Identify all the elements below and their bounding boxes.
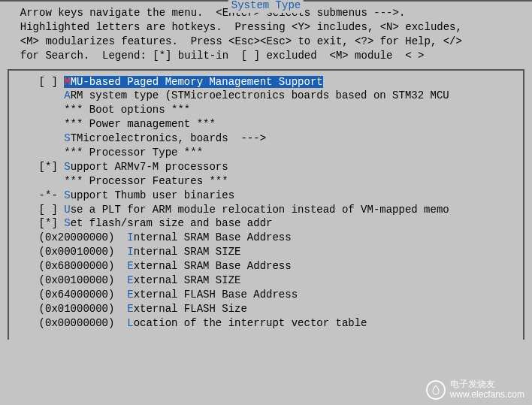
- menu-item-hotkey: A: [64, 89, 70, 101]
- menu-item-text: xternal SRAM SIZE: [134, 274, 241, 286]
- menu-item-text: RM system type (STMicroelectronics board…: [71, 89, 449, 101]
- menu-item[interactable]: (0x00000000) Location of the interrupt v…: [12, 316, 520, 331]
- menu-item-label: *** Processor Type ***: [64, 147, 203, 159]
- menu-item[interactable]: [ ] MMU-based Paged Memory Management Su…: [12, 75, 520, 89]
- menu-item-label: External SRAM Base Address: [127, 260, 291, 272]
- menu-item-label: External FLASH Base Address: [127, 289, 298, 301]
- menu-item-label: *** Power management ***: [64, 118, 216, 130]
- menu-item-hotkey: E: [127, 303, 133, 315]
- menu-item-hotkey: L: [127, 317, 133, 329]
- menu-item-prefix: [14, 147, 64, 159]
- menu-item[interactable]: (0x68000000) External SRAM Base Address: [12, 259, 520, 274]
- menu-item-hotkey: S: [64, 132, 70, 144]
- menu-item-hotkey: E: [127, 274, 133, 286]
- menu-item-prefix: [*]: [14, 217, 64, 229]
- menu-item-text: xternal FLASH Size: [134, 303, 247, 315]
- menu-item-prefix: [14, 104, 64, 116]
- menu-item-text: xternal SRAM Base Address: [134, 260, 292, 272]
- menu-item[interactable]: (0x00010000) Internal SRAM SIZE: [12, 245, 520, 259]
- menu-list: [ ] MMU-based Paged Memory Management Su…: [8, 69, 524, 340]
- menu-item-label: ARM system type (STMicroelectronics boar…: [64, 89, 449, 101]
- menu-item-prefix: (0x00100000): [14, 274, 127, 286]
- menu-item-text: *** Boot options ***: [64, 104, 190, 116]
- menu-item-prefix: [ ]: [14, 204, 64, 216]
- menu-item-label: MMU-based Paged Memory Management Suppor…: [64, 76, 322, 88]
- menu-item-text: MU-based Paged Memory Management Support: [71, 76, 323, 88]
- menu-item-label: External SRAM SIZE: [127, 274, 240, 286]
- menu-item[interactable]: (0x20000000) Internal SRAM Base Address: [12, 231, 520, 245]
- watermark-line2: www.elecfans.com: [450, 390, 524, 400]
- menu-item-label: Location of the interrupt vector table: [127, 317, 367, 329]
- menu-item-hotkey: I: [127, 231, 133, 243]
- menu-item-prefix: (0x01000000): [14, 303, 127, 315]
- help-text: Arrow keys navigate the menu. <Enter> se…: [8, 5, 524, 69]
- menu-item-prefix: [14, 89, 64, 101]
- menu-item-hotkey: I: [127, 246, 133, 258]
- menu-item[interactable]: -*- Support Thumb user binaries: [12, 189, 520, 203]
- menu-item-hotkey: M: [64, 76, 70, 88]
- menuconfig-window: System Type Arrow keys navigate the menu…: [0, 0, 532, 346]
- menu-item-label: Set flash/sram size and base addr: [64, 217, 272, 229]
- menu-item-label: Support Thumb user binaries: [64, 189, 234, 201]
- window-title: System Type: [228, 0, 304, 13]
- watermark-line1: 电子发烧友: [450, 379, 524, 390]
- menu-item-text: *** Processor Features ***: [64, 175, 228, 187]
- menu-item[interactable]: STMicroelectronics, boards --->: [12, 131, 520, 146]
- menu-item[interactable]: (0x01000000) External FLASH Size: [12, 302, 520, 316]
- menu-item-hotkey: E: [127, 260, 133, 272]
- menu-item-prefix: [14, 132, 64, 144]
- menu-item-prefix: (0x68000000): [14, 260, 127, 272]
- menu-item-text: se a PLT for ARM module relocation inste…: [71, 204, 449, 216]
- menu-item[interactable]: (0x64000000) External FLASH Base Address: [12, 288, 520, 302]
- menu-item-prefix: (0x00000000): [14, 317, 127, 329]
- menu-item-text: *** Processor Type ***: [64, 147, 203, 159]
- menu-item-prefix: [*]: [14, 161, 64, 173]
- menu-item-prefix: [14, 118, 64, 130]
- menu-item[interactable]: ARM system type (STMicroelectronics boar…: [12, 89, 520, 103]
- menu-item-text: nternal SRAM Base Address: [134, 231, 292, 243]
- menu-item-hotkey: S: [64, 189, 70, 201]
- menu-item[interactable]: *** Processor Type ***: [12, 146, 520, 160]
- menu-item-prefix: [14, 175, 64, 187]
- menu-item-hotkey: U: [64, 204, 70, 216]
- menu-item[interactable]: [*] Set flash/sram size and base addr: [12, 216, 520, 231]
- menu-item-hotkey: E: [127, 289, 133, 301]
- menu-item[interactable]: (0x00100000) External SRAM SIZE: [12, 274, 520, 288]
- menu-item-text: upport Thumb user binaries: [71, 189, 234, 201]
- menu-item-prefix: (0x20000000): [14, 231, 127, 243]
- menu-item-hotkey: S: [64, 161, 70, 173]
- menu-item-hotkey: S: [64, 217, 70, 229]
- menu-item-prefix: -*-: [14, 189, 64, 201]
- menu-item[interactable]: *** Power management ***: [12, 117, 520, 131]
- menu-item-label: *** Boot options ***: [64, 104, 190, 116]
- menu-item-text: xternal FLASH Base Address: [134, 289, 298, 301]
- menu-item-label: External FLASH Size: [127, 303, 247, 315]
- watermark: 电子发烧友 www.elecfans.com: [426, 379, 524, 400]
- menu-item-label: *** Processor Features ***: [64, 175, 228, 187]
- menu-item-prefix: [ ]: [14, 76, 64, 88]
- menu-item[interactable]: [*] Support ARMv7-M processors: [12, 160, 520, 174]
- menu-item-label: Support ARMv7-M processors: [64, 161, 228, 173]
- menu-item-text: TMicroelectronics, boards --->: [71, 132, 266, 144]
- menu-item-text: upport ARMv7-M processors: [71, 161, 228, 173]
- menu-item-label: Internal SRAM Base Address: [127, 231, 291, 243]
- menu-item-text: ocation of the interrupt vector table: [134, 317, 367, 329]
- menu-item[interactable]: *** Boot options ***: [12, 103, 520, 117]
- menu-item[interactable]: [ ] Use a PLT for ARM module relocation …: [12, 203, 520, 217]
- menu-item[interactable]: *** Processor Features ***: [12, 174, 520, 189]
- menu-item-text: et flash/sram size and base addr: [71, 217, 273, 229]
- menu-item-label: Internal SRAM SIZE: [127, 246, 240, 258]
- menu-item-prefix: (0x64000000): [14, 289, 127, 301]
- menu-item-text: nternal SRAM SIZE: [134, 246, 241, 258]
- menu-item-label: STMicroelectronics, boards --->: [64, 132, 266, 144]
- menu-item-text: *** Power management ***: [64, 118, 216, 130]
- water-drop-icon: [426, 380, 446, 400]
- menu-item-label: Use a PLT for ARM module relocation inst…: [64, 204, 449, 216]
- menu-item-prefix: (0x00010000): [14, 246, 127, 258]
